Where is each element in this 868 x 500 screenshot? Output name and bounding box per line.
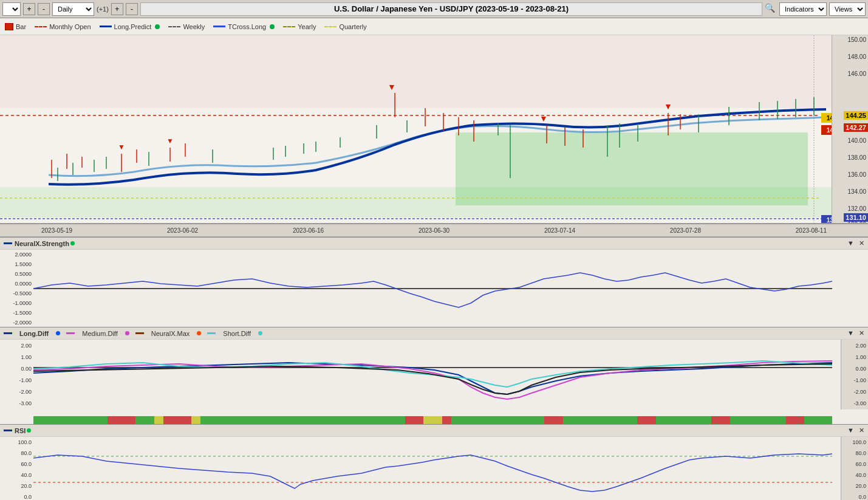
diff-medium-icon — [66, 332, 75, 334]
toolbar: 3 Months + - DailyWeeklyMonthly (+1) + -… — [0, 0, 868, 18]
svg-text:▼: ▼ — [539, 114, 548, 123]
main-chart[interactable]: ▼ ▼ ▼ ▼ ▼ 144.25 142.27 131.10 150.00 14… — [0, 35, 868, 224]
period-select[interactable]: 3 Months — [2, 2, 21, 16]
diff-controls[interactable]: ▼ ✕ — [847, 329, 864, 337]
monthly-open-line — [35, 26, 47, 27]
neurax-panel: NeuralX.Strength ▼ ✕ 2.00001.50000.50000… — [0, 237, 868, 327]
legend-monthly-open-label: Monthly Open — [49, 23, 91, 30]
diff-short-dot — [258, 331, 262, 335]
diff-long-icon — [4, 332, 12, 334]
rsi-y-axis: 100.080.060.040.020.00.0 — [0, 437, 33, 500]
legend-bar-item: Bar — [5, 23, 26, 30]
yearly-line — [283, 26, 295, 27]
price-130: 130.00 — [847, 221, 866, 224]
date-label-5: 2023-07-14 — [544, 227, 575, 234]
neurax-line-icon — [4, 242, 12, 244]
neurax-y-axis: 2.00001.50000.50000.0000-0.5000-1.0000-1… — [0, 250, 33, 327]
tcross-line — [213, 26, 225, 27]
price-142-highlight: 142.27 — [844, 124, 868, 131]
indicators-select[interactable]: Indicators — [779, 2, 827, 16]
offset-decrement-btn[interactable]: - — [126, 3, 138, 15]
price-131-highlight: 131.10 — [844, 214, 868, 221]
date-label-1: 2023-05-19 — [41, 227, 72, 234]
y-axis: 150.00 148.00 146.00 144.25 142.27 140.0… — [832, 35, 868, 224]
rsi-close-btn[interactable]: ✕ — [859, 426, 864, 434]
price-146: 146.00 — [847, 70, 866, 77]
legend-weekly-item: Weekly — [168, 23, 205, 30]
neurax-svg — [33, 250, 832, 327]
views-select[interactable]: Views — [829, 2, 866, 16]
diff-neurax-icon — [135, 332, 144, 334]
price-144-highlight: 144.25 — [844, 112, 868, 119]
diff-chart-area: 2.001.000.00-1.00-2.00-3.00 — [0, 340, 868, 425]
price-132: 132.00 — [847, 205, 866, 212]
rsi-panel: RSI ▼ ✕ 100.080.060.040.020.00.0 100.080… — [0, 424, 868, 500]
svg-rect-1 — [0, 35, 832, 108]
date-label-4: 2023-06-30 — [419, 227, 449, 234]
rsi-header: RSI ▼ ✕ — [0, 425, 868, 437]
neurax-dot — [70, 241, 75, 245]
rsi-line-icon — [4, 430, 12, 431]
neurax-header: NeuralX.Strength ▼ ✕ — [0, 238, 868, 250]
price-136: 136.00 — [847, 171, 866, 178]
date-label-3: 2023-06-16 — [293, 227, 324, 234]
rsi-y-axis-right: 100.080.060.040.020.00.0 — [841, 437, 868, 500]
tcross-dot — [270, 24, 275, 29]
legend-long-predict-item: Long.Predict — [100, 23, 160, 30]
search-icon[interactable]: 🔍 — [765, 3, 777, 15]
offset-label: (+1) — [97, 5, 109, 13]
diff-medium-label: Medium.Diff — [82, 330, 117, 337]
diff-header: Long.Diff Medium.Diff NeuralX.Max Short.… — [0, 327, 868, 340]
rsi-svg — [33, 437, 832, 500]
neurax-title: NeuralX.Strength — [15, 240, 69, 247]
legend-yearly-item: Yearly — [283, 23, 316, 30]
price-138: 138.00 — [847, 154, 866, 161]
date-axis: 2023-05-19 2023-06-02 2023-06-16 2023-06… — [0, 224, 868, 237]
svg-text:▼: ▼ — [388, 82, 396, 92]
rsi-controls[interactable]: ▼ ✕ — [847, 426, 864, 434]
legend-tcross-label: TCross.Long — [228, 23, 266, 30]
diff-long-label: Long.Diff — [19, 330, 49, 337]
date-label-7: 2023-08-11 — [796, 227, 827, 234]
period-increment-btn[interactable]: + — [23, 3, 35, 15]
diff-neurax-label: NeuralX.Max — [151, 330, 190, 337]
diff-y-axis: 2.001.000.00-1.00-2.00-3.00 — [0, 340, 33, 409]
diff-collapse-btn[interactable]: ▼ — [847, 329, 854, 337]
legend-bar: Bar Monthly Open Long.Predict Weekly TCr… — [0, 18, 868, 35]
svg-rect-64 — [33, 437, 832, 500]
diff-close-btn[interactable]: ✕ — [859, 329, 864, 337]
diff-y-axis-right: 2.001.000.00-1.00-2.00-3.00 — [841, 340, 868, 409]
legend-yearly-label: Yearly — [298, 23, 316, 30]
rsi-chart-area: 100.080.060.040.020.00.0 100.080.060.040… — [0, 437, 868, 500]
period-decrement-btn[interactable]: - — [38, 3, 50, 15]
timeframe-select[interactable]: DailyWeeklyMonthly — [52, 2, 94, 16]
diff-short-icon — [207, 332, 216, 334]
legend-weekly-label: Weekly — [183, 23, 205, 30]
neurax-close-btn[interactable]: ✕ — [859, 239, 864, 247]
legend-monthly-open-item: Monthly Open — [35, 23, 91, 30]
diff-svg — [33, 340, 832, 409]
rsi-dot — [27, 428, 31, 433]
price-134: 134.00 — [847, 188, 866, 195]
diff-short-label: Short.Diff — [223, 330, 251, 337]
date-label-2: 2023-06-02 — [167, 227, 198, 234]
weekly-line — [168, 26, 180, 27]
neurax-collapse-btn[interactable]: ▼ — [847, 239, 854, 247]
legend-long-predict-label: Long.Predict — [114, 23, 152, 30]
legend-quarterly-label: Quarterly — [339, 23, 366, 30]
svg-rect-3 — [0, 187, 832, 217]
price-150: 150.00 — [847, 36, 866, 43]
svg-text:▼: ▼ — [664, 101, 672, 111]
rsi-collapse-btn[interactable]: ▼ — [847, 426, 854, 434]
offset-increment-btn[interactable]: + — [111, 3, 123, 15]
long-predict-line — [100, 26, 112, 27]
long-predict-dot — [155, 24, 160, 29]
bar-color — [5, 23, 13, 30]
neurax-controls[interactable]: ▼ ✕ — [847, 239, 864, 247]
price-140: 140.00 — [847, 137, 866, 144]
svg-text:▼: ▼ — [118, 143, 125, 151]
legend-tcross-item: TCross.Long — [213, 23, 275, 30]
color-bar — [33, 416, 832, 425]
svg-text:▼: ▼ — [166, 137, 174, 145]
legend-quarterly-item: Quarterly — [324, 23, 366, 30]
